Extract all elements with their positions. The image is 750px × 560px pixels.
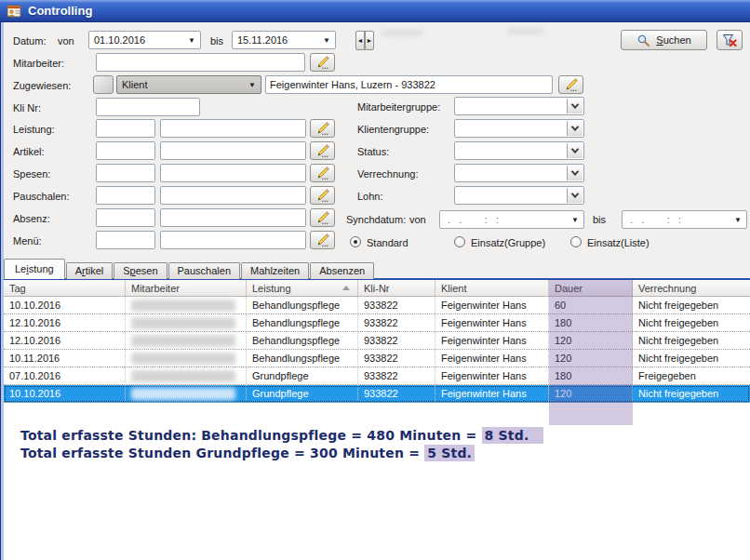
cell-verrechnung: Freigegeben (633, 367, 750, 384)
column-header-mitarbeiter[interactable]: Mitarbeiter (126, 280, 247, 296)
mitarbeiter-edit-button[interactable] (310, 53, 335, 72)
kli-nr-input[interactable] (96, 98, 200, 116)
pencil-icon (315, 210, 330, 225)
column-header-dauer[interactable]: Dauer (549, 280, 633, 296)
column-header-kli-nr[interactable]: Kli-Nr (358, 280, 435, 296)
synchdatum-bis-picker[interactable]: . . : : ▼ (622, 210, 747, 229)
zugewiesen-edit-button[interactable] (558, 75, 583, 94)
table-header-row: Tag Mitarbeiter Leistung Kli-Nr Klient D… (4, 280, 750, 297)
absenz-text-input[interactable] (160, 208, 306, 227)
radio-einsatz-gruppe[interactable] (454, 236, 465, 247)
tab-spesen[interactable]: Spesen (114, 262, 167, 279)
leistung-code-input[interactable] (96, 119, 155, 138)
lohn-select[interactable] (454, 186, 584, 205)
filter-clear-icon (722, 33, 737, 47)
datum-von-picker[interactable]: 01.10.2016 ▼ (88, 31, 201, 49)
cell-tag: 10.10.2016 (4, 297, 126, 313)
date-prev-button[interactable]: ◄ (355, 31, 365, 50)
column-header-tag[interactable]: Tag (4, 280, 126, 296)
cell-verrechnung: Nicht freigegeben (633, 350, 750, 367)
cell-klient: Feigenwinter Hans (435, 314, 549, 331)
menu-text-input[interactable] (160, 231, 306, 249)
cell-verrechnung: Nicht freigegeben (633, 385, 750, 402)
clear-filter-button[interactable] (717, 30, 743, 50)
zugewiesen-color-button[interactable] (93, 75, 114, 94)
cell-tag: 10.10.2016 (4, 385, 126, 402)
mitarbeiter-input[interactable] (96, 53, 305, 72)
artikel-code-input[interactable] (96, 141, 155, 160)
redacted-mitarbeiter (131, 335, 235, 347)
leistung-edit-button[interactable] (310, 119, 335, 138)
klientengruppe-select[interactable] (454, 119, 584, 138)
synchdatum-von-picker[interactable]: . . : : ▼ (439, 210, 584, 229)
spesen-edit-button[interactable] (310, 164, 335, 182)
table-row[interactable]: 07.10.2016Grundpflege933822Feigenwinter … (4, 367, 750, 385)
table-row[interactable]: 10.10.2016Grundpflege933822Feigenwinter … (4, 385, 750, 403)
dropdown-arrow-icon: ▼ (323, 36, 330, 45)
pauschalen-label: Pauschalen: (13, 191, 70, 202)
dropdown-button[interactable] (567, 188, 583, 203)
redacted-mitarbeiter (131, 353, 235, 365)
mitarbeitergruppe-select[interactable] (454, 97, 584, 115)
radio-einsatz-liste[interactable] (570, 236, 582, 247)
pencil-icon (315, 121, 330, 136)
redacted-mitarbeiter (131, 370, 235, 382)
spesen-text-input[interactable] (160, 164, 306, 182)
column-header-verrechnung[interactable]: Verrechnung (633, 280, 750, 296)
cell-mitarbeiter (126, 385, 247, 402)
table-row[interactable]: 12.10.2016Behandlungspflege933822Feigenw… (4, 332, 750, 350)
tab-artikel[interactable]: Artikel (66, 262, 114, 279)
datum-bis-label: bis (210, 35, 223, 47)
table-row[interactable]: 10.11.2016Behandlungspflege933822Feigenw… (4, 350, 750, 367)
lohn-label: Lohn: (357, 191, 383, 202)
date-next-button[interactable]: ► (365, 31, 374, 50)
tab-pauschalen[interactable]: Pauschalen (168, 262, 241, 279)
artikel-edit-button[interactable] (310, 141, 335, 160)
cell-leistung: Behandlungspflege (247, 297, 358, 313)
column-header-klient[interactable]: Klient (435, 280, 549, 296)
chevron-down-icon (571, 123, 579, 130)
leistung-text-input[interactable] (160, 119, 306, 138)
search-icon (636, 33, 650, 47)
menu-label: Menü: (13, 235, 42, 247)
redacted-mitarbeiter (131, 388, 235, 400)
zugewiesen-value-input[interactable] (265, 75, 553, 94)
table-row[interactable]: 12.10.2016Behandlungspflege933822Feigenw… (4, 314, 750, 332)
zugewiesen-type-select[interactable]: Klient ▼ (116, 75, 261, 94)
absenz-code-input[interactable] (96, 208, 155, 227)
pencil-icon (564, 77, 579, 92)
status-select[interactable] (454, 141, 584, 160)
leistung-label: Leistung: (13, 124, 55, 135)
tab-absenzen[interactable]: Absenzen (310, 262, 374, 279)
menu-edit-button[interactable] (310, 231, 335, 249)
cell-verrechnung: Nicht freigegeben (633, 297, 750, 313)
absenz-edit-button[interactable] (310, 208, 335, 227)
pauschalen-edit-button[interactable] (310, 186, 335, 205)
verrechnung-select[interactable] (454, 164, 584, 182)
tab-mahlzeiten[interactable]: Mahlzeiten (241, 262, 309, 279)
menu-code-input[interactable] (96, 231, 155, 249)
redacted-mitarbeiter (131, 300, 235, 312)
dropdown-button[interactable] (567, 121, 583, 136)
dropdown-button[interactable] (567, 143, 583, 158)
dropdown-button[interactable] (567, 166, 583, 180)
summary-highlight-2: 5 Std. (424, 445, 475, 461)
cell-tag: 10.11.2016 (4, 350, 126, 367)
cell-mitarbeiter (126, 367, 247, 384)
synchdatum-von-label: von (409, 214, 426, 225)
pencil-icon (315, 143, 330, 158)
pauschalen-text-input[interactable] (160, 186, 306, 205)
radio-einsatz-liste-label: Einsatz(Liste) (587, 237, 650, 248)
cell-mitarbeiter (126, 297, 247, 313)
search-button[interactable]: Suchen (621, 30, 707, 50)
spesen-code-input[interactable] (96, 164, 155, 182)
cell-mitarbeiter (126, 314, 247, 331)
tab-leistung[interactable]: Leistung (4, 259, 65, 279)
column-header-leistung[interactable]: Leistung (247, 280, 358, 296)
artikel-text-input[interactable] (160, 141, 306, 160)
pauschalen-code-input[interactable] (96, 186, 155, 205)
datum-bis-picker[interactable]: 15.11.2016 ▼ (232, 31, 336, 49)
radio-standard[interactable] (350, 236, 361, 247)
table-row[interactable]: 10.10.2016Behandlungspflege933822Feigenw… (4, 297, 750, 314)
dropdown-button[interactable] (567, 99, 583, 113)
